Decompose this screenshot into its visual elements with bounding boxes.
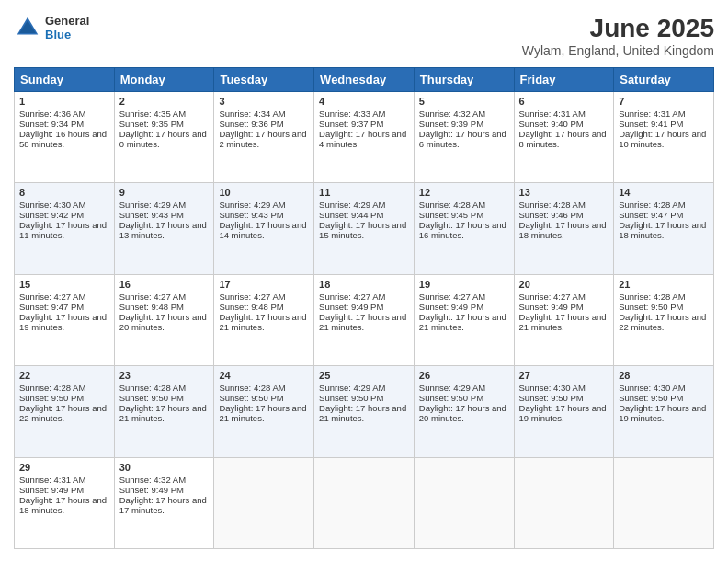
calendar-cell: 23Sunrise: 4:28 AMSunset: 9:50 PMDayligh… (114, 366, 214, 457)
subtitle: Wylam, England, United Kingdom (522, 43, 714, 58)
calendar-cell (514, 457, 614, 548)
calendar-cell: 18Sunrise: 4:27 AMSunset: 9:49 PMDayligh… (314, 274, 415, 365)
sunrise-label: Sunrise: 4:27 AM (119, 292, 186, 302)
logo-text: General Blue (45, 14, 89, 41)
calendar-cell: 11Sunrise: 4:29 AMSunset: 9:44 PMDayligh… (314, 183, 415, 274)
sunset-label: Sunset: 9:50 PM (519, 393, 584, 403)
day-number: 18 (319, 279, 409, 290)
sunset-label: Sunset: 9:45 PM (419, 210, 483, 220)
sunset-label: Sunset: 9:50 PM (619, 302, 683, 312)
daylight-label: Daylight: 17 hours and 15 minutes. (319, 220, 406, 240)
daylight-label: Daylight: 17 hours and 22 minutes. (19, 403, 107, 423)
day-number: 24 (219, 370, 309, 381)
day-number: 19 (419, 279, 509, 290)
calendar-cell: 21Sunrise: 4:28 AMSunset: 9:50 PMDayligh… (614, 274, 714, 365)
daylight-label: Daylight: 17 hours and 21 minutes. (219, 312, 306, 332)
calendar-cell: 1Sunrise: 4:36 AMSunset: 9:34 PMDaylight… (15, 92, 115, 183)
sunrise-label: Sunrise: 4:35 AM (119, 109, 186, 119)
daylight-label: Daylight: 17 hours and 6 minutes. (419, 129, 506, 149)
calendar-cell: 17Sunrise: 4:27 AMSunset: 9:48 PMDayligh… (214, 274, 314, 365)
logo-general: General (45, 14, 89, 28)
sunrise-label: Sunrise: 4:32 AM (419, 109, 485, 119)
sunset-label: Sunset: 9:50 PM (619, 393, 683, 403)
calendar-cell (614, 457, 714, 548)
daylight-label: Daylight: 17 hours and 11 minutes. (19, 220, 107, 240)
calendar-cell: 12Sunrise: 4:28 AMSunset: 9:45 PMDayligh… (414, 183, 514, 274)
day-number: 7 (619, 96, 709, 107)
daylight-label: Daylight: 17 hours and 20 minutes. (419, 403, 506, 423)
sunset-label: Sunset: 9:49 PM (19, 485, 84, 495)
sunset-label: Sunset: 9:49 PM (519, 302, 584, 312)
logo-blue: Blue (45, 28, 89, 41)
day-number: 4 (319, 96, 409, 107)
calendar-cell: 4Sunrise: 4:33 AMSunset: 9:37 PMDaylight… (314, 92, 415, 183)
day-number: 23 (119, 370, 210, 381)
day-number: 27 (519, 370, 609, 381)
calendar-cell: 7Sunrise: 4:31 AMSunset: 9:41 PMDaylight… (614, 92, 714, 183)
day-number: 3 (219, 96, 309, 107)
day-number: 22 (19, 370, 109, 381)
day-number: 6 (519, 96, 609, 107)
header: General Blue June 2025 Wylam, England, U… (14, 14, 714, 58)
daylight-label: Daylight: 17 hours and 19 minutes. (519, 403, 607, 423)
sunrise-label: Sunrise: 4:28 AM (419, 200, 485, 210)
day-number: 1 (19, 96, 109, 107)
sunset-label: Sunset: 9:50 PM (119, 393, 184, 403)
day-number: 8 (19, 187, 109, 198)
calendar-cell: 29Sunrise: 4:31 AMSunset: 9:49 PMDayligh… (15, 457, 115, 548)
sunrise-label: Sunrise: 4:27 AM (519, 292, 586, 302)
daylight-label: Daylight: 17 hours and 18 minutes. (19, 495, 107, 515)
calendar-cell: 6Sunrise: 4:31 AMSunset: 9:40 PMDaylight… (514, 92, 614, 183)
daylight-label: Daylight: 17 hours and 14 minutes. (219, 220, 306, 240)
daylight-label: Daylight: 17 hours and 21 minutes. (219, 403, 306, 423)
sunrise-label: Sunrise: 4:28 AM (619, 292, 685, 302)
daylight-label: Daylight: 17 hours and 13 minutes. (119, 220, 207, 240)
daylight-label: Daylight: 17 hours and 19 minutes. (19, 312, 107, 332)
sunrise-label: Sunrise: 4:27 AM (19, 292, 85, 302)
day-number: 11 (319, 187, 409, 198)
sunset-label: Sunset: 9:44 PM (319, 210, 383, 220)
sunset-label: Sunset: 9:47 PM (619, 210, 683, 220)
sunrise-label: Sunrise: 4:31 AM (619, 109, 685, 119)
day-number: 2 (119, 96, 210, 107)
day-number: 14 (619, 187, 709, 198)
logo-icon (14, 14, 41, 41)
daylight-label: Daylight: 17 hours and 16 minutes. (419, 220, 506, 240)
calendar-week-4: 22Sunrise: 4:28 AMSunset: 9:50 PMDayligh… (15, 366, 714, 457)
daylight-label: Daylight: 17 hours and 8 minutes. (519, 129, 607, 149)
day-number: 16 (119, 279, 210, 290)
calendar-cell: 24Sunrise: 4:28 AMSunset: 9:50 PMDayligh… (214, 366, 314, 457)
sunset-label: Sunset: 9:42 PM (19, 210, 84, 220)
calendar-week-1: 1Sunrise: 4:36 AMSunset: 9:34 PMDaylight… (15, 92, 714, 183)
calendar-week-2: 8Sunrise: 4:30 AMSunset: 9:42 PMDaylight… (15, 183, 714, 274)
day-number: 13 (519, 187, 609, 198)
sunrise-label: Sunrise: 4:28 AM (19, 383, 85, 393)
day-number: 30 (119, 462, 210, 473)
day-number: 12 (419, 187, 509, 198)
sunset-label: Sunset: 9:50 PM (19, 393, 84, 403)
sunset-label: Sunset: 9:50 PM (219, 393, 283, 403)
day-header-sunday: Sunday (15, 68, 115, 92)
sunrise-label: Sunrise: 4:30 AM (619, 383, 685, 393)
calendar-cell (214, 457, 314, 548)
calendar-cell: 20Sunrise: 4:27 AMSunset: 9:49 PMDayligh… (514, 274, 614, 365)
sunset-label: Sunset: 9:35 PM (119, 119, 184, 129)
day-number: 5 (419, 96, 509, 107)
day-header-saturday: Saturday (614, 68, 714, 92)
sunset-label: Sunset: 9:48 PM (219, 302, 283, 312)
daylight-label: Daylight: 17 hours and 2 minutes. (219, 129, 306, 149)
sunrise-label: Sunrise: 4:36 AM (19, 109, 85, 119)
sunset-label: Sunset: 9:41 PM (619, 119, 683, 129)
sunset-label: Sunset: 9:49 PM (319, 302, 383, 312)
daylight-label: Daylight: 17 hours and 4 minutes. (319, 129, 406, 149)
sunset-label: Sunset: 9:34 PM (19, 119, 84, 129)
daylight-label: Daylight: 17 hours and 0 minutes. (119, 129, 207, 149)
sunrise-label: Sunrise: 4:29 AM (119, 200, 186, 210)
day-number: 9 (119, 187, 210, 198)
sunset-label: Sunset: 9:50 PM (419, 393, 483, 403)
daylight-label: Daylight: 17 hours and 10 minutes. (619, 129, 706, 149)
day-header-monday: Monday (114, 68, 214, 92)
day-header-thursday: Thursday (414, 68, 514, 92)
daylight-label: Daylight: 17 hours and 19 minutes. (619, 403, 706, 423)
daylight-label: Daylight: 17 hours and 21 minutes. (419, 312, 506, 332)
